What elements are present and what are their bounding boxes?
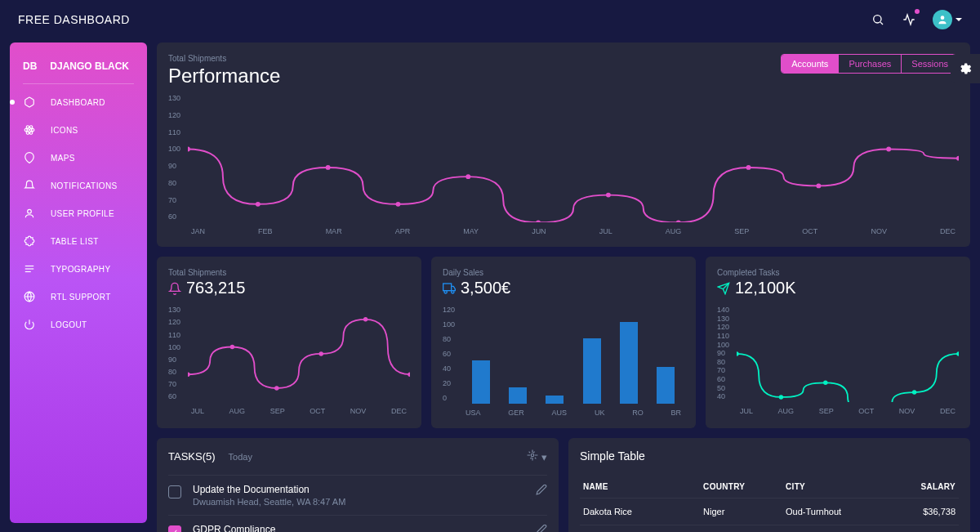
- table-row[interactable]: Minerva HooperCuraçaoSinaai-Waas$23,789: [580, 525, 959, 532]
- svg-point-1: [941, 16, 945, 20]
- task-sub: Dwuamish Head, Seattle, WA 8:47 AM: [193, 497, 524, 507]
- sidebar-item-label: MAPS: [51, 154, 75, 163]
- svg-point-25: [230, 345, 234, 349]
- task-title: GDPR Compliance: [193, 524, 524, 532]
- bar: [657, 367, 675, 404]
- sidebar-item-dashboard[interactable]: DASHBOARD: [23, 96, 134, 109]
- sidebar-item-typography[interactable]: TYPOGRAPHY: [23, 262, 134, 275]
- svg-point-20: [746, 165, 751, 170]
- svg-point-37: [912, 391, 916, 395]
- bell-icon: [23, 179, 36, 192]
- svg-point-35: [823, 381, 827, 385]
- bar: [620, 322, 638, 404]
- sidebar-item-label: USER PROFILE: [51, 209, 114, 218]
- tasks-card: TASKS(5) Today ▾ Update the Documentatio…: [157, 438, 559, 532]
- sidebar-item-icons[interactable]: ICONS: [23, 123, 134, 136]
- svg-point-39: [532, 454, 535, 458]
- completed-card: Completed Tasks 12,100K 1401301201101009…: [706, 257, 970, 428]
- svg-point-22: [886, 146, 891, 151]
- svg-point-12: [188, 146, 190, 151]
- svg-point-15: [396, 202, 401, 207]
- send-icon: [717, 282, 730, 295]
- svg-point-23: [956, 156, 959, 161]
- tasks-title: TASKS(5): [168, 450, 216, 463]
- sidebar-item-user-profile[interactable]: USER PROFILE: [23, 207, 134, 220]
- table-row[interactable]: Dakota RiceNigerOud-Turnhout$36,738: [580, 498, 959, 525]
- shipments-card: Total Shipments 763,215 1301201101009080…: [157, 257, 421, 428]
- topbar-actions: [871, 10, 962, 29]
- mini-cards-row: Total Shipments 763,215 1301201101009080…: [157, 257, 970, 428]
- sidebar-item-table-list[interactable]: TABLE LIST: [23, 235, 134, 248]
- svg-point-18: [606, 193, 611, 198]
- sidebar-divider: [23, 83, 134, 84]
- atom-icon: [23, 123, 36, 136]
- tab-sessions[interactable]: Sessions: [901, 55, 958, 73]
- col-name: NAME: [580, 476, 700, 498]
- bar: [472, 360, 490, 404]
- svg-point-6: [28, 209, 32, 213]
- task-checkbox[interactable]: [168, 485, 181, 498]
- svg-rect-30: [443, 284, 452, 291]
- completed-value: 12,100K: [735, 279, 796, 297]
- activity-icon[interactable]: [902, 12, 916, 27]
- sales-title: Daily Sales: [443, 268, 684, 277]
- completed-title: Completed Tasks: [717, 268, 959, 277]
- main: Total Shipments Performance AccountsPurc…: [157, 42, 970, 532]
- sidebar: DB DJANGO BLACK DASHBOARDICONSMAPSNOTIFI…: [10, 42, 147, 523]
- brand-name: DJANGO BLACK: [50, 60, 129, 72]
- svg-point-17: [536, 220, 541, 222]
- simple-table: NAMECOUNTRYCITYSALARY Dakota RiceNigerOu…: [580, 476, 959, 532]
- tab-accounts[interactable]: Accounts: [782, 55, 838, 73]
- pie-icon: [23, 96, 36, 109]
- globe-icon: [23, 290, 36, 303]
- svg-point-38: [956, 352, 959, 356]
- sidebar-brand[interactable]: DB DJANGO BLACK: [10, 56, 147, 83]
- delivery-icon: [443, 282, 456, 295]
- perf-tabs: AccountsPurchasesSessions: [781, 54, 959, 74]
- puzzle-icon: [23, 235, 36, 248]
- svg-point-31: [444, 290, 447, 293]
- brand-abbrev: DB: [23, 60, 37, 72]
- avatar: [933, 10, 952, 29]
- bell-icon: [168, 282, 181, 295]
- search-icon[interactable]: [871, 12, 885, 27]
- table-card: Simple Table NAMECOUNTRYCITYSALARY Dakot…: [568, 438, 970, 532]
- tasks-settings-icon[interactable]: ▾: [527, 449, 547, 463]
- sidebar-item-notifications[interactable]: NOTIFICATIONS: [23, 179, 134, 192]
- topbar: FREE DASHBOARD: [0, 0, 980, 39]
- sidebar-item-logout[interactable]: LOGOUT: [23, 318, 134, 331]
- align-icon: [23, 262, 36, 275]
- svg-point-16: [466, 174, 470, 179]
- col-salary: SALARY: [889, 476, 959, 498]
- task-checkbox[interactable]: [168, 525, 181, 532]
- col-country: COUNTRY: [700, 476, 782, 498]
- edit-icon[interactable]: [536, 484, 547, 507]
- tab-purchases[interactable]: Purchases: [838, 55, 901, 73]
- user-icon: [23, 207, 36, 220]
- table-title: Simple Table: [580, 449, 959, 463]
- power-icon: [23, 318, 36, 331]
- perf-chart: 13012011010090807060 JANFEBMARAPRMAYJUNJ…: [168, 94, 959, 235]
- svg-point-28: [363, 317, 368, 321]
- bar: [546, 396, 564, 404]
- pin-icon: [23, 151, 36, 164]
- sidebar-item-label: LOGOUT: [51, 320, 87, 329]
- svg-point-24: [188, 373, 190, 377]
- svg-point-13: [256, 202, 261, 207]
- sales-card: Daily Sales 3,500€ 120100806040200USAGER…: [431, 257, 696, 428]
- svg-point-19: [676, 220, 681, 222]
- sidebar-item-label: TABLE LIST: [51, 237, 99, 246]
- svg-point-27: [318, 352, 323, 356]
- perf-title: Performance: [168, 65, 280, 87]
- bar: [509, 387, 527, 404]
- perf-subtitle: Total Shipments: [168, 54, 280, 63]
- sidebar-item-label: DASHBOARD: [51, 98, 105, 107]
- sidebar-item-rtl-support[interactable]: RTL SUPPORT: [23, 290, 134, 303]
- user-menu[interactable]: [933, 10, 962, 29]
- sidebar-item-maps[interactable]: MAPS: [23, 151, 134, 164]
- bar: [583, 338, 601, 404]
- theme-settings-button[interactable]: [951, 54, 980, 83]
- sidebar-item-label: TYPOGRAPHY: [51, 265, 110, 274]
- edit-icon[interactable]: [536, 524, 547, 532]
- task-title: Update the Documentation: [193, 484, 524, 495]
